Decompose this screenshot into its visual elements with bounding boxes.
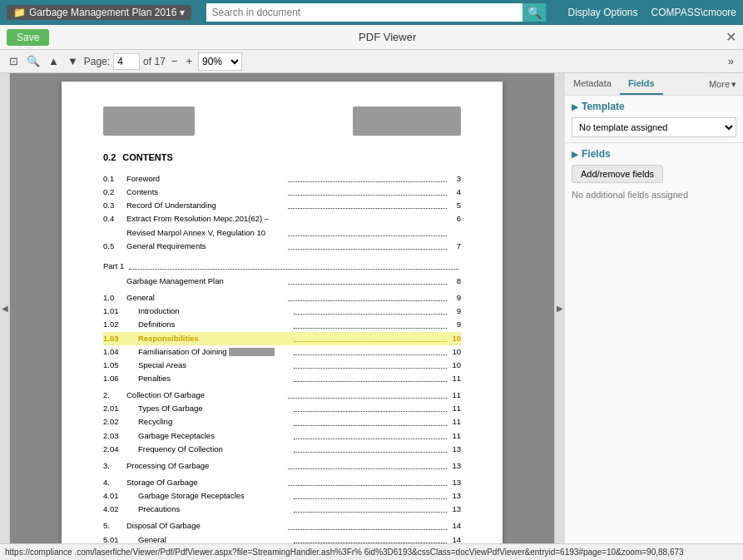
toc-item: 2.01 Types Of Garbage 11 [103, 402, 461, 415]
left-logo [103, 107, 195, 136]
toc-section-heading: 0.2CONTENTS [103, 152, 461, 162]
zoom-out-button[interactable]: − [169, 54, 181, 68]
template-section-header: ▶ Template [572, 101, 736, 112]
triangle-icon: ▶ [572, 150, 578, 159]
toc-item-highlighted: 1.03 Responsibilities 10 [103, 332, 461, 345]
toolbar: Save PDF Viewer ✕ [0, 25, 743, 50]
right-tabs: Metadata Fields More ▾ [565, 73, 743, 96]
search-icon: 🔍 [528, 6, 542, 19]
toc-item: 2.03 Garbage Receptacles 11 [103, 429, 461, 443]
toc-item: 1.01 Introduction 9 [103, 305, 461, 318]
tab-metadata[interactable]: Metadata [565, 73, 620, 95]
tab-fields[interactable]: Fields [620, 73, 663, 95]
page-number-input[interactable] [113, 53, 140, 70]
template-section: ▶ Template No template assigned [565, 96, 743, 143]
toc-part1: Part 1 Garbage Management Plan 8 1.0 Gen… [103, 260, 461, 543]
pdf-area[interactable]: 0.2CONTENTS 0.1 Foreword 3 0.2 Contents … [10, 73, 554, 543]
pdf-viewer-title: PDF Viewer [52, 31, 722, 43]
top-bar: 📁 Garbage Management Plan 2016 ▾ 🔍 Displ… [0, 0, 743, 25]
toc-item: 0.2 Contents 4 [103, 186, 461, 199]
pdf-page: 0.2CONTENTS 0.1 Foreword 3 0.2 Contents … [62, 82, 503, 543]
toc-top-items: 0.1 Foreword 3 0.2 Contents 4 0.3 Record… [103, 172, 461, 253]
toc-item: Garbage Management Plan 8 [103, 275, 461, 288]
user-label: COMPASS\cmoore [651, 7, 736, 18]
toc-item: 2.02 Recycling 11 [103, 415, 461, 429]
toc-item: 4.01 Garbage Storage Receptacles 13 [103, 489, 461, 503]
folder-icon: 📁 [13, 7, 26, 18]
doc-title-button[interactable]: 📁 Garbage Management Plan 2016 ▾ [7, 5, 191, 20]
fields-section: ▶ Fields Add/remove fields No additional… [565, 143, 743, 205]
logo-area [103, 107, 461, 136]
toc-item: 2.04 Frequency Of Collection 13 [103, 443, 461, 456]
toc-item: 4.02 Precautions 13 [103, 503, 461, 516]
toc-item: 1.06 Penalties 11 [103, 372, 461, 385]
main-layout: ◀ 0.2CONTENTS 0.1 Foreword 3 [0, 73, 743, 543]
toc-item: 0.3 Record Of Understanding 5 [103, 199, 461, 212]
toc-item: 2. Collection Of Garbage 11 [103, 389, 461, 402]
toc-item: 3. Processing Of Garbage 13 [103, 459, 461, 473]
doc-title-label: Garbage Management Plan 2016 [29, 7, 176, 18]
total-pages-label: of 17 [143, 56, 166, 67]
template-title: Template [582, 101, 625, 112]
toc-item: 5. Disposal Of Garbage 14 [103, 519, 461, 533]
right-collapse-handle[interactable]: ▶ [554, 73, 564, 543]
toc-part-label: Part 1 [103, 260, 461, 273]
zoom-in-button[interactable]: + [183, 54, 195, 68]
tab-more[interactable]: More ▾ [702, 73, 743, 95]
fields-title: Fields [582, 148, 611, 160]
prev-page-button[interactable]: ▲ [46, 54, 62, 68]
display-options-button[interactable]: Display Options [561, 5, 644, 20]
next-page-button[interactable]: ▼ [65, 54, 81, 68]
toc-item: 5.01 General 14 [103, 533, 461, 543]
zoom-select[interactable]: 90% 75% 100% 125% [198, 52, 242, 71]
toc-item: 1.05 Special Areas 10 [103, 359, 461, 372]
doc-title-arrow: ▾ [180, 7, 185, 18]
right-logo [353, 107, 461, 136]
toc-item: 1.02 Definitions 9 [103, 318, 461, 331]
status-url: https://compliance .com/laserfiche/Viewe… [5, 548, 684, 557]
fit-page-button[interactable]: ⊡ [7, 54, 21, 68]
search-button[interactable]: 🔍 [523, 3, 546, 22]
template-dropdown[interactable]: No template assigned [572, 117, 736, 137]
add-remove-fields-button[interactable]: Add/remove fields [572, 165, 663, 183]
toc-item: 1.04 Familiarisation Of Joining 10 [103, 345, 461, 359]
left-collapse-handle[interactable]: ◀ [0, 73, 10, 543]
page-label: Page: [84, 56, 110, 67]
save-button[interactable]: Save [7, 29, 49, 46]
toc-item: 1.0 General 9 [103, 291, 461, 305]
pdf-nav-bar: ⊡ 🔍 ▲ ▼ Page: of 17 − + 90% 75% 100% 125… [0, 50, 743, 73]
toc-item: 0.5 General Requirements 7 [103, 240, 461, 253]
toc-item: 0.1 Foreword 3 [103, 172, 461, 186]
triangle-icon: ▶ [572, 102, 578, 112]
fields-section-header: ▶ Fields [572, 148, 736, 160]
search-container: 🔍 [206, 3, 546, 22]
toc-item: 0.4 Extract From Resolution Mepc.201(62)… [103, 212, 461, 239]
nav-expand-button[interactable]: » [726, 54, 736, 68]
search-pdf-button[interactable]: 🔍 [24, 54, 42, 68]
no-fields-text: No additional fields assigned [572, 190, 736, 200]
status-bar: https://compliance .com/laserfiche/Viewe… [0, 543, 743, 560]
close-button[interactable]: ✕ [726, 29, 736, 45]
toc-item: 4. Storage Of Garbage 13 [103, 476, 461, 489]
right-panel: Metadata Fields More ▾ ▶ Template No tem… [564, 73, 743, 543]
search-input[interactable] [206, 3, 523, 22]
